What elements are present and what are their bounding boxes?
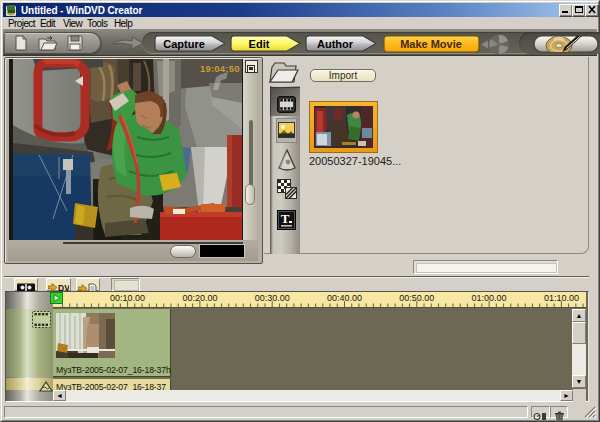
svg-text:Edit: Edit xyxy=(249,38,270,50)
svg-text:00:20.00: 00:20.00 xyxy=(182,293,217,303)
svg-text:19:04:50: 19:04:50 xyxy=(200,63,240,74)
svg-text:01:00.00: 01:00.00 xyxy=(472,293,507,303)
svg-text:01:10.00: 01:10.00 xyxy=(544,293,579,303)
svg-text:00:40.00: 00:40.00 xyxy=(327,293,362,303)
svg-text:Make Movie: Make Movie xyxy=(400,38,462,50)
svg-text:00:10.00: 00:10.00 xyxy=(110,293,145,303)
svg-text:00:30.00: 00:30.00 xyxy=(255,293,290,303)
svg-text:T: T xyxy=(281,211,290,226)
svg-text:Author: Author xyxy=(317,38,354,50)
svg-text:Capture: Capture xyxy=(163,38,205,50)
svg-text:00:50.00: 00:50.00 xyxy=(399,293,434,303)
